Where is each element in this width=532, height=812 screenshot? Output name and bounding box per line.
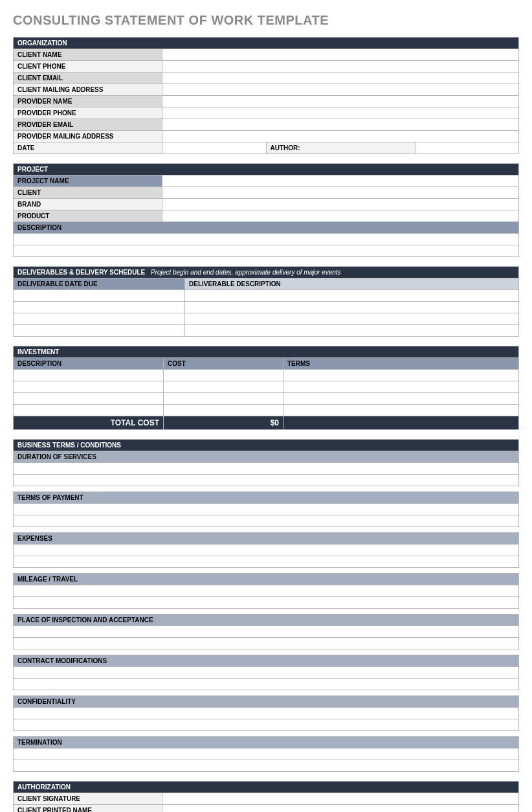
input-duration-1[interactable] bbox=[14, 463, 519, 475]
terms-inspection-table: PLACE OF INSPECTION AND ACCEPTANCE bbox=[13, 614, 519, 649]
deliv-date-3[interactable] bbox=[14, 313, 185, 325]
terms-mileage-table: MILEAGE / TRAVEL bbox=[13, 573, 519, 609]
label-client-printed: CLIENT PRINTED NAME bbox=[14, 805, 162, 813]
input-modifications-1[interactable] bbox=[14, 667, 519, 679]
input-client-name[interactable] bbox=[162, 49, 519, 61]
inv-terms-4[interactable] bbox=[283, 405, 519, 416]
input-project-client[interactable] bbox=[162, 187, 519, 199]
inv-terms-2[interactable] bbox=[283, 381, 519, 393]
project-header: PROJECT bbox=[14, 164, 519, 175]
label-provider-name: PROVIDER NAME bbox=[14, 96, 162, 107]
input-termination-1[interactable] bbox=[14, 749, 519, 760]
col-deliverable-date: DELIVERABLE DATE DUE bbox=[14, 278, 185, 290]
authorization-table: AUTHORIZATION CLIENT SIGNATURE CLIENT PR… bbox=[13, 781, 519, 812]
inv-desc-4[interactable] bbox=[14, 405, 164, 416]
input-project-product[interactable] bbox=[162, 210, 519, 222]
input-client-printed[interactable] bbox=[162, 805, 519, 813]
inv-cost-1[interactable] bbox=[164, 370, 283, 381]
input-client-sig[interactable] bbox=[162, 793, 519, 805]
deliverables-table: DELIVERABLES & DELIVERY SCHEDULE Project… bbox=[13, 266, 519, 337]
label-termination: TERMINATION bbox=[14, 737, 519, 749]
terms-modifications-table: CONTRACT MODIFICATIONS bbox=[13, 655, 519, 690]
input-payment-2[interactable] bbox=[14, 515, 519, 527]
input-provider-mailing[interactable] bbox=[162, 131, 519, 142]
inv-cost-2[interactable] bbox=[164, 381, 283, 393]
terms-expenses-table: EXPENSES bbox=[13, 532, 519, 568]
label-project-brand: BRAND bbox=[14, 199, 162, 210]
input-client-email[interactable] bbox=[162, 73, 519, 84]
label-provider-phone: PROVIDER PHONE bbox=[14, 107, 162, 119]
input-author[interactable] bbox=[415, 142, 519, 154]
deliverables-header-text: DELIVERABLES & DELIVERY SCHEDULE bbox=[17, 269, 145, 276]
deliv-desc-3[interactable] bbox=[185, 313, 519, 325]
input-date[interactable] bbox=[162, 142, 267, 154]
input-modifications-2[interactable] bbox=[14, 679, 519, 690]
terms-termination-table: TERMINATION bbox=[13, 736, 519, 772]
input-expenses-1[interactable] bbox=[14, 545, 519, 556]
investment-table: INVESTMENT DESCRIPTION COST TERMS TOTAL … bbox=[13, 346, 519, 430]
input-project-name[interactable] bbox=[162, 175, 519, 187]
label-project-name: PROJECT NAME bbox=[14, 175, 162, 187]
inv-desc-3[interactable] bbox=[14, 393, 164, 405]
input-mileage-2[interactable] bbox=[14, 597, 519, 609]
authorization-header: AUTHORIZATION bbox=[14, 782, 519, 793]
input-inspection-1[interactable] bbox=[14, 626, 519, 638]
input-provider-email[interactable] bbox=[162, 119, 519, 131]
label-payment: TERMS OF PAYMENT bbox=[14, 492, 519, 504]
deliv-date-1[interactable] bbox=[14, 290, 185, 302]
inv-terms-1[interactable] bbox=[283, 370, 519, 381]
input-project-description-2[interactable] bbox=[14, 245, 519, 257]
input-confidentiality-2[interactable] bbox=[14, 719, 519, 731]
label-confidentiality: CONFIDENTIALITY bbox=[14, 696, 519, 708]
deliv-date-4[interactable] bbox=[14, 325, 185, 337]
deliv-desc-4[interactable] bbox=[185, 325, 519, 337]
col-deliverable-desc: DELIVERABLE DESCRIPTION bbox=[185, 278, 519, 290]
deliverables-header: DELIVERABLES & DELIVERY SCHEDULE Project… bbox=[14, 267, 519, 278]
label-expenses: EXPENSES bbox=[14, 533, 519, 545]
inv-cost-4[interactable] bbox=[164, 405, 283, 416]
input-mileage-1[interactable] bbox=[14, 585, 519, 597]
deliverables-note: Project begin and end dates, approximate… bbox=[151, 269, 341, 276]
input-provider-phone[interactable] bbox=[162, 107, 519, 119]
col-inv-terms: TERMS bbox=[283, 358, 519, 370]
investment-header: INVESTMENT bbox=[14, 346, 519, 358]
col-inv-desc: DESCRIPTION bbox=[14, 358, 164, 370]
organization-header: ORGANIZATION bbox=[14, 38, 519, 49]
inv-terms-3[interactable] bbox=[283, 393, 519, 405]
total-cost-spacer bbox=[283, 416, 519, 430]
project-table: PROJECT PROJECT NAME CLIENT BRAND PRODUC… bbox=[13, 163, 519, 257]
total-cost-label: TOTAL COST bbox=[14, 416, 164, 430]
input-payment-1[interactable] bbox=[14, 504, 519, 515]
label-client-phone: CLIENT PHONE bbox=[14, 61, 162, 73]
terms-header: BUSINESS TERMS / CONDITIONS bbox=[14, 440, 519, 451]
label-date: DATE bbox=[14, 142, 162, 154]
deliv-date-2[interactable] bbox=[14, 302, 185, 313]
input-client-mailing[interactable] bbox=[162, 84, 519, 96]
col-inv-cost: COST bbox=[164, 358, 283, 370]
label-inspection: PLACE OF INSPECTION AND ACCEPTANCE bbox=[14, 615, 519, 626]
inv-desc-2[interactable] bbox=[14, 381, 164, 393]
label-mileage: MILEAGE / TRAVEL bbox=[14, 574, 519, 585]
label-project-description: DESCRIPTION bbox=[14, 222, 519, 234]
input-project-description-1[interactable] bbox=[14, 234, 519, 245]
input-termination-2[interactable] bbox=[14, 760, 519, 772]
label-author: AUTHOR: bbox=[266, 142, 415, 154]
deliv-desc-1[interactable] bbox=[185, 290, 519, 302]
label-project-product: PRODUCT bbox=[14, 210, 162, 222]
label-provider-email: PROVIDER EMAIL bbox=[14, 119, 162, 131]
deliv-desc-2[interactable] bbox=[185, 302, 519, 313]
input-project-brand[interactable] bbox=[162, 199, 519, 210]
page-title: CONSULTING STATEMENT OF WORK TEMPLATE bbox=[13, 13, 519, 28]
input-provider-name[interactable] bbox=[162, 96, 519, 107]
input-confidentiality-1[interactable] bbox=[14, 708, 519, 719]
label-client-sig: CLIENT SIGNATURE bbox=[14, 793, 162, 805]
input-inspection-2[interactable] bbox=[14, 638, 519, 649]
input-client-phone[interactable] bbox=[162, 61, 519, 73]
input-expenses-2[interactable] bbox=[14, 556, 519, 568]
input-duration-2[interactable] bbox=[14, 475, 519, 486]
organization-table: ORGANIZATION CLIENT NAME CLIENT PHONE CL… bbox=[13, 37, 519, 154]
inv-desc-1[interactable] bbox=[14, 370, 164, 381]
label-client-email: CLIENT EMAIL bbox=[14, 73, 162, 84]
inv-cost-3[interactable] bbox=[164, 393, 283, 405]
label-modifications: CONTRACT MODIFICATIONS bbox=[14, 655, 519, 667]
